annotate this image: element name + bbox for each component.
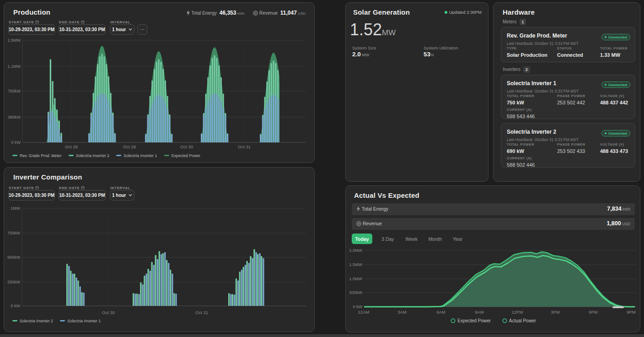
svg-text:750kW: 750kW [7, 231, 21, 235]
svg-text:Oct 31: Oct 31 [195, 310, 208, 315]
svg-text:250kW: 250kW [7, 280, 21, 284]
svg-text:500kW: 500kW [7, 255, 21, 260]
svg-text:3PM: 3PM [551, 310, 560, 315]
svg-text:0 kW: 0 kW [353, 304, 362, 309]
svg-text:1.5MW: 1.5MW [349, 262, 362, 267]
svg-text:Oct 28: Oct 28 [65, 144, 78, 149]
svg-text:Oct 31: Oct 31 [238, 144, 251, 149]
svg-text:Oct 30: Oct 30 [180, 144, 193, 149]
svg-text:9AM: 9AM [475, 310, 484, 315]
svg-text:0 kW: 0 kW [11, 140, 21, 145]
svg-text:500kW: 500kW [349, 290, 363, 295]
svg-text:1.0MW: 1.0MW [349, 277, 362, 281]
svg-text:12AM: 12AM [358, 310, 370, 315]
svg-text:9PM: 9PM [627, 310, 636, 315]
svg-text:Oct 30: Oct 30 [102, 310, 115, 315]
svg-text:Oct 29: Oct 29 [123, 144, 136, 149]
svg-text:3AM: 3AM [397, 310, 407, 315]
svg-text:6PM: 6PM [589, 310, 598, 315]
svg-text:380kW: 380kW [8, 115, 21, 120]
svg-text:750kW: 750kW [8, 89, 21, 93]
svg-text:0 kW: 0 kW [11, 304, 20, 308]
svg-text:2.0MW: 2.0MW [349, 248, 362, 253]
svg-text:1.5MW: 1.5MW [7, 38, 21, 43]
svg-text:1.1MW: 1.1MW [7, 64, 21, 69]
svg-text:12PM: 12PM [512, 310, 523, 315]
svg-text:1MW: 1MW [11, 206, 21, 211]
svg-text:6AM: 6AM [436, 310, 445, 315]
